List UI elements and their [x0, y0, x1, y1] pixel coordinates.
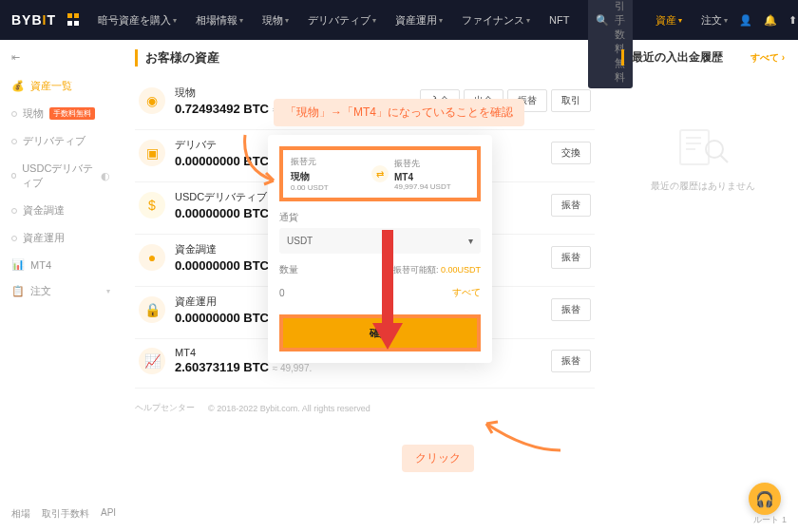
- swap-icon[interactable]: ⇄: [371, 165, 389, 182]
- trade-button[interactable]: 取引: [551, 89, 591, 112]
- svg-rect-0: [382, 230, 393, 325]
- sidebar-item-usdc[interactable]: USDCデリバティブ◐: [0, 156, 122, 196]
- wallet-icon: 💰: [11, 80, 25, 92]
- all-link[interactable]: すべて ›: [750, 51, 785, 65]
- spot-icon: ◉: [139, 87, 165, 114]
- bars-icon: 📊: [11, 258, 25, 271]
- search-icon: 🔍: [596, 14, 609, 27]
- recent-title: 最近の入出金履歴 すべて ›: [621, 49, 785, 66]
- nav-market[interactable]: 相場情報▾: [188, 13, 251, 28]
- empty-state: 最近の履歴はありません: [621, 123, 785, 193]
- dot-icon: [11, 139, 17, 144]
- nav-nft[interactable]: NFT: [542, 14, 577, 26]
- sidebar-item-earn[interactable]: 資産運用: [0, 225, 122, 251]
- list-icon: 📋: [11, 285, 25, 297]
- right-panel: 最近の入出金履歴 すべて › 最近の履歴はありません: [608, 40, 798, 532]
- sidebar-item-spot[interactable]: 現物手数料無料: [0, 101, 122, 126]
- content: お客様の資産 ◉ 現物 0.72493492 BTC ≈ 13,953.62 U…: [122, 40, 608, 532]
- dot-icon: [11, 173, 16, 179]
- arrow-icon: [479, 418, 564, 456]
- document-search-icon: [674, 123, 732, 170]
- all-button[interactable]: すべて: [452, 286, 481, 299]
- transfer-button[interactable]: 振替: [551, 194, 591, 217]
- annotation-label: クリック: [402, 445, 474, 472]
- svg-line-6: [720, 155, 728, 162]
- nav-order[interactable]: 注文▾: [694, 13, 735, 28]
- nav-finance[interactable]: ファイナンス▾: [454, 13, 538, 28]
- download-icon[interactable]: ⬆: [788, 14, 797, 27]
- sidebar-item-overview[interactable]: 💰資産一覧: [0, 73, 122, 99]
- nav-spot[interactable]: 現物▾: [255, 13, 296, 28]
- support-button[interactable]: 🎧: [749, 483, 781, 515]
- mt4-icon: 📈: [139, 348, 165, 374]
- chevron-down-icon: ▾: [468, 236, 473, 246]
- sidebar-item-order[interactable]: 📋注文▾: [0, 278, 122, 304]
- help-link[interactable]: ヘルプセンター: [135, 402, 195, 414]
- funding-icon: ●: [139, 244, 165, 271]
- collapse-icon[interactable]: ⇤: [0, 51, 122, 71]
- transfer-button[interactable]: 振替: [551, 246, 591, 269]
- copyright-text: © 2018-2022 Bybit.com. All rights reserv…: [208, 404, 370, 413]
- top-nav: BYBIT 暗号資産を購入▾ 相場情報▾ 現物▾ デリバティブ▾ 資産運用▾ フ…: [0, 0, 798, 40]
- transfer-button[interactable]: 振替: [551, 298, 591, 321]
- svg-rect-1: [680, 130, 709, 164]
- sidebar-item-funding[interactable]: 資金調達: [0, 198, 122, 223]
- footer: ヘルプセンター © 2018-2022 Bybit.com. All right…: [135, 402, 595, 414]
- sidebar-item-mt4[interactable]: 📊MT4: [0, 253, 122, 276]
- footer-api[interactable]: API: [101, 507, 116, 521]
- transfer-button[interactable]: 振替: [551, 350, 591, 372]
- sidebar-item-deriv[interactable]: デリバティブ: [0, 128, 122, 154]
- nav-buy[interactable]: 暗号資産を購入▾: [90, 13, 184, 28]
- dot-icon: [11, 236, 17, 241]
- annotation-label: 「現物」→「MT4」になっていることを確認: [274, 99, 524, 126]
- logo: BYBIT: [11, 12, 56, 28]
- page-title: お客様の資産: [135, 49, 595, 66]
- footer-fees[interactable]: 取引手数料: [42, 507, 89, 521]
- earn-icon: 🔒: [139, 296, 165, 323]
- footer-market[interactable]: 相場: [11, 507, 30, 521]
- route-label: ルート 1: [753, 514, 787, 526]
- dot-icon: [11, 208, 17, 214]
- sidebar: ⇤ 💰資産一覧 現物手数料無料 デリバティブ USDCデリバティブ◐ 資金調達 …: [0, 40, 122, 532]
- main: ⇤ 💰資産一覧 現物手数料無料 デリバティブ USDCデリバティブ◐ 資金調達 …: [0, 40, 798, 532]
- footer-links: 相場 取引手数料 API: [11, 507, 116, 521]
- bell-icon[interactable]: 🔔: [764, 14, 777, 27]
- arrow-icon: [238, 131, 285, 188]
- nav-asset[interactable]: 資産▾: [648, 13, 690, 28]
- circle-icon: ◐: [101, 170, 110, 182]
- from-to-box: 振替元 現物 0.00 USDT ⇄ 振替先 MT4 49,997.94 USD…: [279, 146, 481, 201]
- arrow-down-icon: [369, 230, 407, 353]
- apps-icon[interactable]: [67, 13, 79, 27]
- nav-deriv[interactable]: デリバティブ▾: [300, 13, 384, 28]
- usdc-icon: $: [139, 192, 165, 218]
- user-icon[interactable]: 👤: [739, 14, 752, 27]
- deriv-icon: ▣: [139, 140, 165, 166]
- exchange-button[interactable]: 交換: [551, 142, 591, 164]
- dot-icon: [11, 111, 17, 117]
- nav-earn[interactable]: 資産運用▾: [388, 13, 450, 28]
